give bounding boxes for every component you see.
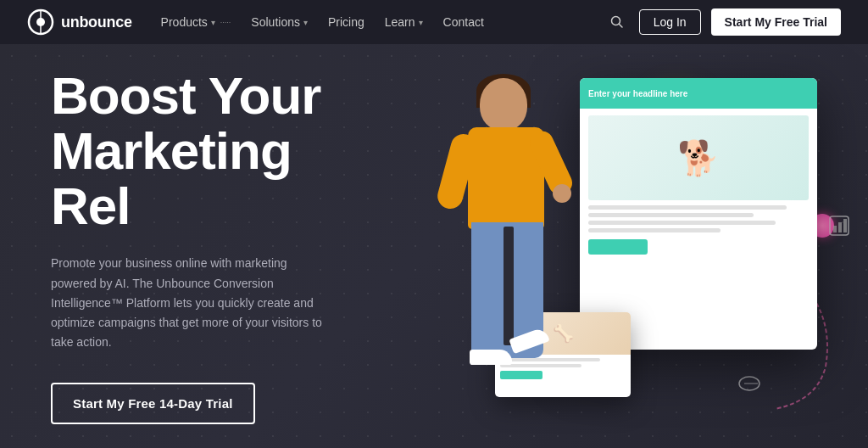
nav-pricing[interactable]: Pricing	[320, 10, 373, 34]
svg-point-6	[739, 377, 760, 390]
hero-person	[419, 61, 597, 434]
svg-rect-12	[843, 219, 847, 232]
start-trial-nav-button[interactable]: Start My Free Trial	[711, 8, 841, 36]
chevron-down-icon: ▾	[419, 18, 423, 27]
dog-illustration: 🐕	[677, 138, 720, 178]
lp-cta-area	[588, 239, 648, 255]
logo[interactable]: unbounce	[27, 8, 132, 36]
hero-subtext: Promote your business online with market…	[51, 254, 322, 351]
search-icon	[610, 15, 624, 29]
person-hand-right	[553, 184, 571, 203]
landing-page-mockup: Enter your headline here 🐕	[580, 78, 817, 350]
lp-text-lines	[588, 205, 809, 232]
lp-headline: Enter your headline here	[588, 89, 687, 98]
navbar: unbounce Products ▾ ····· Solutions ▾ Pr…	[0, 0, 868, 44]
brand-name: unbounce	[61, 14, 132, 31]
lp-body: 🐕	[580, 109, 817, 261]
lp-image-area: 🐕	[588, 115, 809, 200]
lp-header-bar: Enter your headline here	[580, 78, 817, 109]
svg-line-4	[619, 25, 622, 28]
nav-links: Products ▾ ····· Solutions ▾ Pricing Lea…	[153, 10, 598, 34]
person-head	[480, 78, 527, 131]
search-button[interactable]	[605, 10, 629, 34]
nav-products[interactable]: Products ▾ ·····	[153, 10, 240, 34]
chevron-down-icon: ▾	[303, 18, 308, 27]
nav-contact[interactable]: Contact	[435, 10, 492, 34]
logo-icon	[27, 8, 54, 36]
nav-solutions[interactable]: Solutions ▾	[242, 10, 316, 34]
login-button[interactable]: Log In	[639, 9, 701, 35]
svg-rect-9	[830, 216, 849, 235]
hero-visual: Enter your headline here 🐕 🦴	[359, 44, 868, 448]
hero-content: Boost YourMarketingRel Promote your busi…	[0, 44, 373, 448]
svg-rect-11	[838, 222, 842, 232]
nav-learn[interactable]: Learn ▾	[376, 10, 431, 34]
chevron-down-icon: ▾	[211, 18, 215, 27]
start-trial-hero-button[interactable]: Start My Free 14-Day Trial	[51, 383, 255, 424]
dots-decoration: ·····	[220, 18, 231, 26]
person-shoe-left	[470, 350, 512, 365]
nav-actions: Log In Start My Free Trial	[605, 8, 841, 36]
person-leg-gap	[504, 227, 514, 345]
svg-rect-10	[833, 226, 837, 232]
hero-section: Boost YourMarketingRel Promote your busi…	[0, 44, 868, 448]
chart-icon	[827, 214, 851, 243]
hero-heading: Boost YourMarketingRel	[51, 68, 322, 233]
